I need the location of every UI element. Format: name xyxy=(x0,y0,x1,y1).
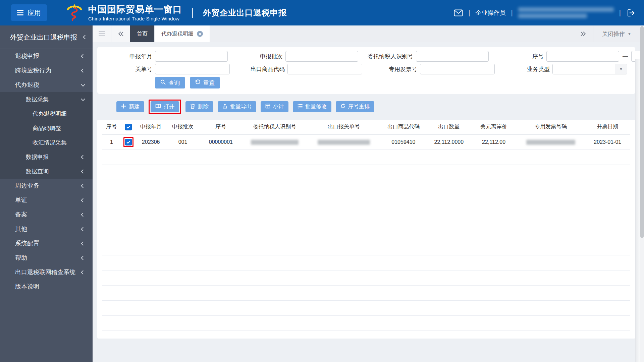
search-field: 序号— xyxy=(497,51,640,62)
tab[interactable]: 首页 xyxy=(130,25,155,42)
sidebar-item[interactable]: 退税申报 xyxy=(0,49,93,63)
table-cell: 00000001 xyxy=(200,134,241,149)
mail-icon[interactable] xyxy=(454,9,463,16)
sidebar-item[interactable]: 数据申报 xyxy=(0,150,93,164)
table-cell xyxy=(121,134,136,149)
sidebar-item[interactable]: 系统配置 xyxy=(0,236,93,251)
new-button[interactable]: 新建 xyxy=(116,101,144,112)
sidebar-item[interactable]: 出口退税联网稽查系统 xyxy=(0,265,93,280)
table-row[interactable]: 1202306001000000010105941022,112.000022,… xyxy=(102,134,630,149)
refresh-icon xyxy=(340,104,345,110)
sidebar-item[interactable]: 备案 xyxy=(0,207,93,222)
search-input[interactable] xyxy=(155,64,230,74)
sidebar-item[interactable]: 数据查询 xyxy=(0,164,93,179)
search-field: 委托纳税人识别号 xyxy=(366,51,489,62)
page-scrollbar-thumb[interactable] xyxy=(640,26,644,238)
sidebar-title[interactable]: 外贸企业出口退税申报 xyxy=(0,25,93,49)
column-header: 美元离岸价 xyxy=(471,120,517,134)
header-divider xyxy=(192,8,193,18)
sidebar-item[interactable]: 单证 xyxy=(0,193,93,207)
search-field: 专用发票号 xyxy=(370,64,495,74)
sidebar-item[interactable]: 商品码调整 xyxy=(0,121,93,135)
select-all-header xyxy=(121,120,136,134)
field-label: 专用发票号 xyxy=(370,65,417,73)
search-field: 业务类型▼ xyxy=(503,64,627,74)
delete-button[interactable]: 删除 xyxy=(185,101,213,112)
sidebar-item[interactable]: 代办退税 xyxy=(0,78,93,92)
button-label: 新建 xyxy=(129,103,140,110)
table-row-empty xyxy=(102,285,630,300)
chevron-left-icon xyxy=(81,270,85,275)
column-header: 出口报关单号 xyxy=(308,120,380,134)
table-row-empty xyxy=(102,225,630,240)
page-title: 外贸企业出口退税申报 xyxy=(203,7,287,18)
sidebar: 外贸企业出口退税申报 退税申报跨境应税行为代办退税数据采集代办退税明细商品码调整… xyxy=(0,25,93,362)
table-row-empty xyxy=(102,195,630,210)
sidebar-item[interactable]: 收汇情况采集 xyxy=(0,135,93,150)
batch-export-button[interactable]: 批量导出 xyxy=(218,101,256,112)
sidebar-item[interactable]: 帮助 xyxy=(0,251,93,265)
close-icon[interactable] xyxy=(197,31,203,37)
business-type-select[interactable]: ▼ xyxy=(552,64,627,74)
sidebar-item[interactable]: 版本说明 xyxy=(0,280,93,294)
field-label: 出口商品代码 xyxy=(238,65,285,73)
chevron-down-icon: ▼ xyxy=(628,32,631,36)
search-input[interactable] xyxy=(420,64,495,74)
search-input[interactable] xyxy=(287,64,362,74)
logout-icon[interactable] xyxy=(626,8,635,17)
sidebar-title-label: 外贸企业出口退税申报 xyxy=(10,34,77,41)
sidebar-item[interactable]: 跨境应税行为 xyxy=(0,63,93,78)
export-icon xyxy=(222,104,227,110)
sidebar-item[interactable]: 数据采集 xyxy=(0,92,93,107)
column-header: 申报批次 xyxy=(166,120,200,134)
brand-title: 中国国际贸易单一窗口 xyxy=(88,4,182,15)
search-input[interactable] xyxy=(416,51,489,62)
table-cell: 1 xyxy=(102,134,121,149)
button-label: 删除 xyxy=(198,103,209,110)
sidebar-item[interactable]: 其他 xyxy=(0,222,93,236)
chevron-left-icon xyxy=(81,169,85,174)
search-input-range-from[interactable] xyxy=(546,51,619,62)
search-actions: 查询 重置 xyxy=(155,77,627,88)
highlight-box: 打开 xyxy=(149,100,181,114)
tab-list-menu-icon[interactable] xyxy=(93,25,111,42)
content-scrollbar[interactable] xyxy=(635,59,640,362)
field-label: 申报年月 xyxy=(105,53,152,60)
scroll-tabs-left-icon[interactable] xyxy=(111,25,130,42)
subtotal-icon xyxy=(265,104,270,110)
sidebar-item-label: 系统配置 xyxy=(15,240,39,247)
table-cell xyxy=(308,134,380,149)
subtotal-button[interactable]: 小计 xyxy=(261,101,288,112)
reorder-button[interactable]: 序号重排 xyxy=(336,101,374,112)
sidebar-item-label: 其他 xyxy=(15,226,27,232)
scroll-tabs-right-icon[interactable] xyxy=(573,25,593,42)
reset-icon xyxy=(195,79,201,86)
table-cell: 202306 xyxy=(136,134,166,149)
search-input[interactable] xyxy=(155,51,228,62)
empty-cell xyxy=(102,315,630,330)
sidebar-item[interactable]: 周边业务 xyxy=(0,179,93,193)
tab[interactable]: 代办退税明细 xyxy=(155,25,210,42)
apps-menu-button[interactable]: 应用 xyxy=(11,4,47,21)
sidebar-item-label: 出口退税联网稽查系统 xyxy=(15,269,75,276)
select-all-checkbox[interactable] xyxy=(125,124,132,130)
empty-cell xyxy=(102,225,630,240)
search-input[interactable] xyxy=(285,51,358,62)
sidebar-item-active[interactable]: 代办退税明细 xyxy=(0,107,93,121)
chevron-down-icon xyxy=(81,97,85,101)
page-scrollbar[interactable] xyxy=(640,25,644,362)
chevron-left-icon xyxy=(81,54,85,58)
search-field: 出口商品代码 xyxy=(238,64,362,74)
brand-subtitle: China International Trade Single Window xyxy=(88,16,182,21)
row-checkbox[interactable] xyxy=(125,139,132,145)
field-label: 业务类型 xyxy=(503,65,550,73)
table-cell xyxy=(242,134,308,149)
table-row-empty xyxy=(102,300,630,315)
empty-cell xyxy=(102,210,630,225)
query-button[interactable]: 查询 xyxy=(155,77,185,88)
reset-button[interactable]: 重置 xyxy=(190,77,220,88)
batch-modify-button[interactable]: 批量修改 xyxy=(293,101,331,112)
data-grid: 序号申报年月申报批次序号委托纳税人识别号出口报关单号出口商品代码出口数量美元离岸… xyxy=(102,120,630,331)
open-button[interactable]: 打开 xyxy=(151,101,179,112)
close-operations-dropdown[interactable]: 关闭操作 ▼ xyxy=(593,25,640,42)
